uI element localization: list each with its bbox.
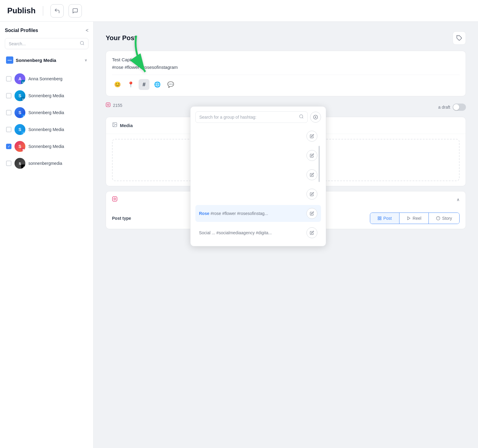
platform-badge-ig: ◉ (21, 148, 25, 152)
sidebar-title: Social Profiles (5, 28, 38, 33)
media-header-text: Media (120, 123, 133, 128)
search-input[interactable] (9, 41, 77, 46)
group-icon-text: — (8, 58, 12, 62)
sidebar-header: Social Profiles < (5, 28, 88, 33)
scrollbar-thumb (319, 146, 320, 182)
avatar-sonnenberg1: S in (14, 90, 25, 101)
platform-badge-tw: t (21, 131, 25, 135)
add-group-button[interactable] (310, 112, 321, 123)
hashtag-item-text-social: Social ... #socialmediaagency #digita... (199, 230, 306, 235)
hashtag-button[interactable]: # (139, 79, 149, 90)
content-area: Your Post Test Caption #rose #flower #ro… (94, 22, 478, 448)
profile-checkbox-s3[interactable] (6, 127, 11, 132)
chevron-up-icon[interactable]: ∧ (457, 197, 460, 202)
search-box[interactable] (5, 38, 88, 49)
tab-reel[interactable]: Reel (399, 213, 429, 224)
draft-row: a draft (438, 104, 466, 111)
profile-item[interactable]: A in Anna Sonnenberg (5, 71, 88, 87)
profile-checkbox-s5[interactable] (6, 161, 11, 166)
hashtag-tags: #rose #flower #rosesofinstag... (210, 211, 268, 216)
toggle-thumb (453, 104, 459, 110)
avatar-sonnenberg5: s ♪ (14, 158, 25, 169)
header-divider (43, 6, 43, 16)
tab-post-label: Post (383, 216, 392, 221)
edit-hashtag-button[interactable] (306, 169, 317, 180)
profile-item[interactable]: S t Sonnenberg Media (5, 122, 88, 137)
profile-item[interactable]: S in Sonnenberg Media (5, 88, 88, 104)
hashtag-search-row (195, 111, 321, 123)
avatar-anna: A in (14, 73, 25, 84)
post-type-tabs: Post Reel Story (370, 213, 460, 224)
emoji-button[interactable]: 😊 (112, 79, 123, 90)
profile-name: Sonnenberg Media (28, 110, 64, 115)
platform-badge-fb: f (21, 114, 25, 118)
profile-checkbox-s4[interactable] (6, 144, 11, 149)
post-caption: Test Caption (112, 57, 460, 62)
edit-social-button[interactable] (306, 227, 317, 238)
search-icon (80, 41, 85, 46)
location-button[interactable]: 📍 (125, 79, 136, 90)
tab-story[interactable]: Story (429, 213, 459, 224)
hashtag-item[interactable] (195, 128, 321, 145)
edit-hashtag-button[interactable] (306, 131, 317, 142)
message-button[interactable]: 💬 (165, 79, 176, 90)
post-toolbar: 😊 📍 # 🌐 💬 (112, 75, 460, 90)
hashtag-item-social[interactable]: Social ... #socialmediaagency #digita... (195, 224, 321, 241)
comments-button[interactable] (69, 4, 82, 18)
media-icon (112, 122, 117, 129)
content-header: Your Post (106, 31, 466, 45)
tag-button[interactable] (453, 31, 466, 45)
profile-name: Sonnenberg Media (28, 127, 64, 132)
platform-badge-li: in (21, 80, 25, 84)
platform-badge-li: in (21, 97, 25, 101)
svg-line-1 (83, 44, 84, 45)
hashtag-search-box[interactable] (195, 111, 308, 123)
profile-checkbox-s2[interactable] (6, 110, 11, 115)
instagram-icon (106, 102, 111, 108)
sidebar-collapse-button[interactable]: < (86, 28, 88, 33)
profile-list: A in Anna Sonnenberg S in Sonnenberg Med… (5, 71, 88, 171)
hashtag-item-text-rose: Rose #rose #flower #rosesofinstag... (199, 211, 306, 216)
hashtag-group-name: Rose (199, 211, 209, 216)
edit-hashtag-button[interactable] (306, 150, 317, 161)
profile-item[interactable]: S ◉ Sonnenberg Media (5, 139, 88, 154)
app-header: Publish (0, 0, 478, 22)
hashtag-item[interactable] (195, 166, 321, 183)
profile-name: Sonnenberg Media (28, 93, 64, 98)
avatar-sonnenberg2: S f (14, 107, 25, 118)
svg-rect-13 (380, 219, 381, 220)
hashtag-item-rose[interactable]: Rose #rose #flower #rosesofinstag... (195, 205, 321, 222)
tab-story-label: Story (442, 216, 452, 221)
hashtag-search-input[interactable] (199, 115, 297, 120)
sidebar: Social Profiles < — Sonnenberg Media ∨ A… (0, 22, 94, 448)
edit-rose-button[interactable] (306, 208, 317, 219)
undo-button[interactable] (50, 4, 64, 18)
profile-name: Sonnenberg Media (28, 144, 64, 149)
svg-rect-4 (106, 103, 110, 107)
edit-hashtag-button[interactable] (306, 189, 317, 200)
account-group[interactable]: — Sonnenberg Media ∨ (5, 54, 88, 66)
post-editor: Test Caption #rose #flower #rosesofinsta… (106, 51, 466, 96)
tab-reel-label: Reel (413, 216, 422, 221)
profile-checkbox-anna[interactable] (6, 76, 11, 82)
tab-post[interactable]: Post (370, 213, 399, 224)
hashtag-item[interactable] (195, 147, 321, 164)
svg-rect-10 (378, 217, 379, 218)
group-name: Sonnenberg Media (16, 58, 82, 63)
profile-checkbox-s1[interactable] (6, 93, 11, 98)
hashtag-group-name2: Social ... (199, 230, 215, 235)
draft-toggle[interactable] (453, 104, 466, 111)
hashtag-item[interactable] (195, 186, 321, 203)
svg-rect-11 (380, 217, 381, 218)
globe-button[interactable]: 🌐 (152, 79, 163, 90)
main-layout: Social Profiles < — Sonnenberg Media ∨ A… (0, 22, 478, 448)
hashtag-list: Rose #rose #flower #rosesofinstag... Soc… (195, 128, 321, 241)
profile-item[interactable]: S f Sonnenberg Media (5, 105, 88, 120)
svg-point-18 (300, 115, 303, 118)
hashtag-search-icon (299, 114, 304, 120)
svg-marker-14 (407, 217, 410, 220)
post-type-label: Post type (112, 216, 131, 221)
profile-item[interactable]: s ♪ sonnenbergmedia (5, 155, 88, 171)
hashtag-dropdown: Rose #rose #flower #rosesofinstag... Soc… (190, 106, 326, 246)
hashtag-tags2: #socialmediaagency #digita... (217, 230, 272, 235)
